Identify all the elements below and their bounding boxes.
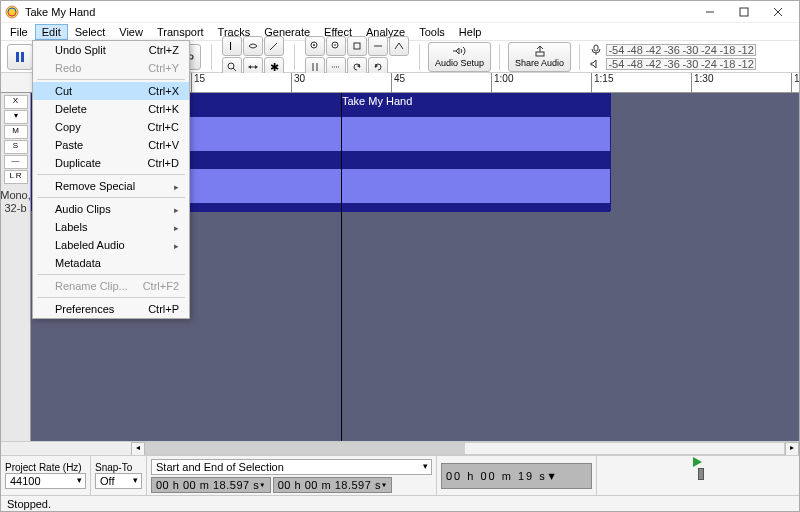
edit-menu-audio-clips[interactable]: Audio Clips xyxy=(33,200,189,218)
maximize-button[interactable] xyxy=(727,2,761,22)
edit-menu-undo-split[interactable]: Undo SplitCtrl+Z xyxy=(33,41,189,59)
minimize-button[interactable] xyxy=(693,2,727,22)
window-title: Take My Hand xyxy=(25,6,693,18)
svg-marker-18 xyxy=(248,65,251,69)
tools-group: I ✱ xyxy=(220,36,286,77)
menu-transport[interactable]: Transport xyxy=(150,24,211,40)
playback-meter[interactable]: -54-48-42-36-30-24-18-12-6 xyxy=(606,58,756,70)
fit-selection-button[interactable] xyxy=(347,36,367,56)
solo-button[interactable]: S xyxy=(4,140,28,154)
speaker-icon[interactable] xyxy=(590,58,604,70)
share-audio-button[interactable]: Share Audio xyxy=(508,42,571,72)
scroll-left-button[interactable]: ◂ xyxy=(131,442,145,456)
edit-menu-labels[interactable]: Labels xyxy=(33,218,189,236)
svg-marker-19 xyxy=(255,65,258,69)
ruler-tick: 15 xyxy=(191,73,205,93)
record-meter[interactable]: -54-48-42-36-30-24-18-12-6 xyxy=(606,44,756,56)
ruler-tick: 1:00 xyxy=(491,73,513,93)
menu-select[interactable]: Select xyxy=(68,24,113,40)
pan-slider[interactable]: L R xyxy=(4,170,28,184)
svg-marker-35 xyxy=(693,457,702,467)
edit-menu-metadata[interactable]: Metadata xyxy=(33,254,189,272)
window-titlebar: Take My Hand xyxy=(1,1,799,23)
status-bar: Stopped. xyxy=(1,495,799,511)
scroll-right-button[interactable]: ▸ xyxy=(785,442,799,456)
fit-project-button[interactable] xyxy=(368,36,388,56)
snap-select[interactable]: Off xyxy=(95,473,142,489)
project-rate-select[interactable]: 44100 xyxy=(5,473,86,489)
edit-menu-dropdown: Undo SplitCtrl+ZRedoCtrl+YCutCtrl+XDelet… xyxy=(32,40,190,319)
draw-tool[interactable] xyxy=(264,36,284,56)
gain-slider[interactable]: — xyxy=(4,155,28,169)
svg-rect-34 xyxy=(594,45,598,51)
svg-rect-26 xyxy=(354,43,360,49)
svg-line-16 xyxy=(233,68,236,71)
track-menu-button[interactable]: ▾ xyxy=(4,110,28,124)
edit-menu-copy[interactable]: CopyCtrl+C xyxy=(33,118,189,136)
svg-text:I: I xyxy=(229,41,232,51)
snap-label: Snap-To xyxy=(95,462,142,473)
svg-rect-33 xyxy=(536,52,544,56)
edit-menu-duplicate[interactable]: DuplicateCtrl+D xyxy=(33,154,189,172)
audio-position-time[interactable]: 00 h 00 m 19 s▾ xyxy=(441,463,592,489)
zoom-out-button[interactable] xyxy=(326,36,346,56)
edit-menu-cut[interactable]: CutCtrl+X xyxy=(33,82,189,100)
menu-file[interactable]: File xyxy=(3,24,35,40)
audio-setup-label: Audio Setup xyxy=(435,58,484,68)
track-close-button[interactable]: X xyxy=(4,95,28,109)
edit-menu-redo: RedoCtrl+Y xyxy=(33,59,189,77)
app-icon xyxy=(5,5,19,19)
edit-menu-labeled-audio[interactable]: Labeled Audio xyxy=(33,236,189,254)
svg-rect-2 xyxy=(740,8,748,16)
mute-button[interactable]: M xyxy=(4,125,28,139)
play-at-speed-button[interactable] xyxy=(692,456,704,468)
envelope-tool[interactable] xyxy=(243,36,263,56)
svg-text:✱: ✱ xyxy=(270,62,279,72)
ruler-tick: 1:15 xyxy=(591,73,613,93)
edit-menu-remove-special[interactable]: Remove Special xyxy=(33,177,189,195)
edit-tools-group xyxy=(303,36,411,77)
ruler-tick: 1:30 xyxy=(691,73,713,93)
audio-setup-button[interactable]: Audio Setup xyxy=(428,42,491,72)
svg-rect-6 xyxy=(21,52,24,62)
track-control-panel[interactable]: X ▾ M S — L R Mono,32-b xyxy=(1,93,31,441)
horizontal-scrollbar[interactable]: ◂ ▸ xyxy=(1,441,799,455)
selection-start-time[interactable]: 00 h 00 m 18.597 s▾ xyxy=(151,477,271,493)
edit-menu-rename-clip-: Rename Clip...Ctrl+F2 xyxy=(33,277,189,295)
pause-button[interactable] xyxy=(7,44,33,70)
edit-menu-delete[interactable]: DeleteCtrl+K xyxy=(33,100,189,118)
svg-rect-5 xyxy=(16,52,19,62)
mic-icon[interactable] xyxy=(590,44,604,56)
meters-group: -54-48-42-36-30-24-18-12-6 -54-48-42-36-… xyxy=(588,44,758,70)
close-button[interactable] xyxy=(761,2,795,22)
edit-menu-preferences[interactable]: PreferencesCtrl+P xyxy=(33,300,189,318)
playhead-cursor[interactable] xyxy=(341,93,342,441)
scrollbar-track[interactable] xyxy=(145,442,785,455)
selection-tool[interactable]: I xyxy=(222,36,242,56)
project-rate-label: Project Rate (Hz) xyxy=(5,462,86,473)
menu-view[interactable]: View xyxy=(112,24,150,40)
scrollbar-thumb[interactable] xyxy=(146,443,465,454)
selection-toolbar: Project Rate (Hz) 44100 Snap-To Off Star… xyxy=(1,455,799,495)
edit-menu-paste[interactable]: PasteCtrl+V xyxy=(33,136,189,154)
timeline-scale[interactable]: 1530451:001:151:301:45 xyxy=(131,73,799,92)
selection-mode-select[interactable]: Start and End of Selection xyxy=(151,459,432,475)
menu-tools[interactable]: Tools xyxy=(412,24,452,40)
track-format-info: Mono,32-b xyxy=(1,189,31,215)
ruler-tick: 45 xyxy=(391,73,405,93)
zoom-toggle-button[interactable] xyxy=(389,36,409,56)
ruler-tick: 30 xyxy=(291,73,305,93)
menu-edit[interactable]: Edit xyxy=(35,24,68,40)
zoom-in-button[interactable] xyxy=(305,36,325,56)
status-text: Stopped. xyxy=(7,498,51,510)
selection-end-time[interactable]: 00 h 00 m 18.597 s▾ xyxy=(273,477,393,493)
menu-help[interactable]: Help xyxy=(452,24,489,40)
ruler-tick: 1:45 xyxy=(791,73,800,93)
share-audio-label: Share Audio xyxy=(515,58,564,68)
